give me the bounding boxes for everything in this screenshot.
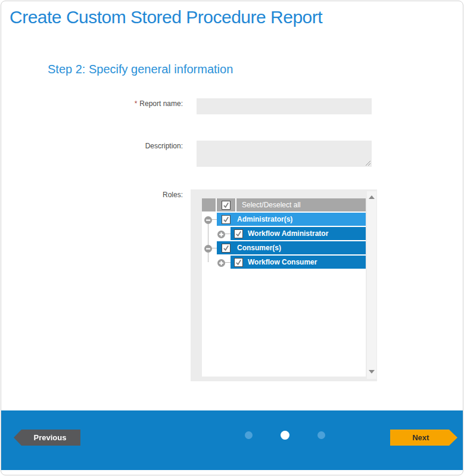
previous-button[interactable]: Previous [14,430,80,446]
tree-row-consumers[interactable]: Consumer(s) [217,241,366,254]
expand-icon[interactable] [217,230,225,238]
tree-header-label-cell[interactable]: Select/Deselect all [236,198,366,211]
roles-listbox: Select/Deselect all Administrator(s) [191,189,377,381]
select-all-checkbox[interactable] [222,201,231,210]
tree-row-label: Workflow Consumer [248,258,317,266]
administrators-checkbox[interactable] [222,215,231,224]
workflow-administrator-checkbox[interactable] [234,229,243,238]
description-input[interactable] [197,141,372,167]
tree-connector-line [212,248,217,248]
tree-row-label: Workflow Administrator [248,229,328,238]
collapse-icon[interactable] [204,244,212,252]
roles-scrollbar[interactable] [367,191,376,379]
next-button[interactable]: Next [390,430,457,446]
tree-connector-line [225,262,231,263]
roles-label: Roles: [1,191,183,199]
roles-tree: Select/Deselect all Administrator(s) [202,198,366,377]
step-dot [245,431,253,439]
wizard-footer: Previous Next [1,410,463,470]
tree-row-workflow-consumer[interactable]: Workflow Consumer [231,256,366,269]
scroll-down-icon[interactable] [369,370,375,374]
scroll-up-icon[interactable] [369,195,375,199]
page-title: Create Custom Stored Procedure Report [10,7,322,27]
tree-row-label: Administrator(s) [237,215,292,223]
required-marker: * [135,99,138,108]
step-dot [281,431,289,440]
tree-row-administrators[interactable]: Administrator(s) [217,213,366,226]
tree-row-label: Consumer(s) [237,244,281,252]
report-name-label: *Report name: [1,99,183,108]
tree-row-workflow-administrator[interactable]: Workflow Administrator [231,227,366,240]
check-icon [235,259,242,266]
check-icon [223,216,229,223]
description-label: Description: [1,142,183,150]
tree-connector-line [225,234,231,234]
tree-header-checkbox-cell [217,198,235,211]
step-indicator [245,431,325,440]
wizard-dialog: Create Custom Stored Procedure Report St… [1,1,463,475]
tree-connector-line [208,223,208,262]
check-icon [235,231,242,237]
workflow-consumer-checkbox[interactable] [234,258,243,267]
step-heading: Step 2: Specify general information [48,63,233,76]
tree-connector-line [212,219,217,220]
check-icon [223,202,229,209]
report-name-input[interactable] [197,98,372,114]
select-all-label: Select/Deselect all [242,201,301,209]
check-icon [223,245,229,251]
expand-icon[interactable] [217,259,225,266]
step-dot [317,431,325,439]
collapse-icon[interactable] [204,216,212,223]
tree-header-spacer-cell [202,198,216,211]
consumers-checkbox[interactable] [222,244,231,253]
